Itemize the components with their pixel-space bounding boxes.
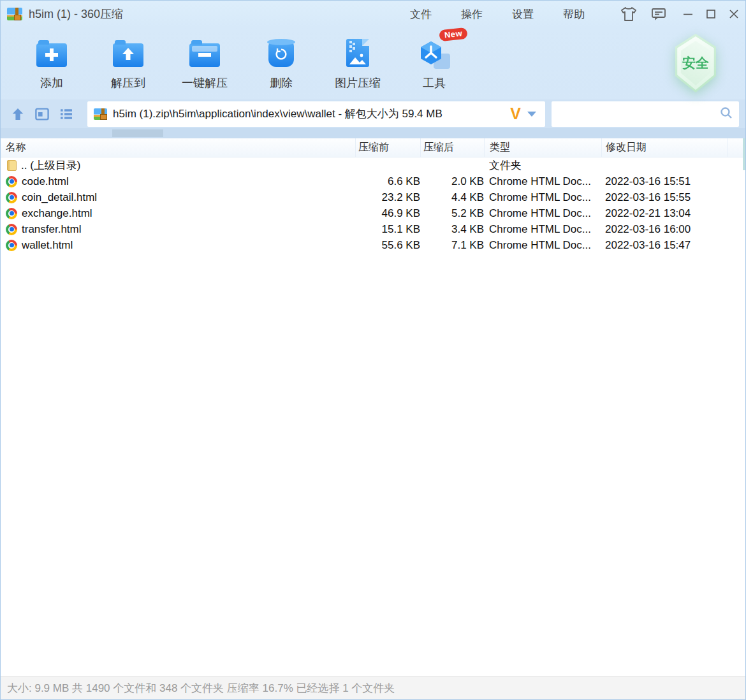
chrome-icon xyxy=(6,192,17,203)
size-after: 2.0 KB xyxy=(420,175,484,188)
preview-pane-icon[interactable] xyxy=(34,106,50,122)
table-row-code[interactable]: code.html 6.6 KB 2.0 KB Chrome HTML Doc.… xyxy=(1,173,745,189)
tools-label: 工具 xyxy=(423,75,446,91)
chrome-icon xyxy=(6,224,17,235)
one-click-extract-label: 一键解压 xyxy=(182,75,228,91)
size-after: 5.2 KB xyxy=(420,207,484,220)
file-list: 名称 压缩前 压缩后 类型 修改日期 .. (上级目录) 文件夹 code.ht… xyxy=(1,138,745,676)
address-field[interactable]: h5im (1).zip\h5im\application\index\view… xyxy=(87,101,545,127)
menu-bar: 文件 操作 设置 帮助 xyxy=(410,7,585,22)
tools-cube-icon xyxy=(418,40,451,69)
horizontal-scrollbar[interactable] xyxy=(1,128,745,138)
archive-zip-icon xyxy=(94,108,107,120)
image-compress-label: 图片压缩 xyxy=(335,75,381,91)
vertical-scrollbar-thumb[interactable] xyxy=(743,138,745,170)
size-before: 46.9 KB xyxy=(355,207,420,220)
search-box xyxy=(552,101,739,127)
file-modified: 2022-03-16 15:47 xyxy=(601,239,728,252)
menu-help[interactable]: 帮助 xyxy=(563,7,585,22)
column-size-after[interactable]: 压缩后 xyxy=(420,138,484,157)
file-name: transfer.html xyxy=(22,223,82,236)
folder-minus-icon xyxy=(189,43,220,67)
window-title: h5im (1) - 360压缩 xyxy=(29,6,123,22)
column-modified[interactable]: 修改日期 xyxy=(601,138,728,157)
chrome-icon xyxy=(6,208,17,219)
folder-up-arrow-icon xyxy=(113,43,143,67)
file-name: exchange.html xyxy=(22,207,92,220)
size-before: 6.6 KB xyxy=(355,175,420,188)
image-compress-icon xyxy=(346,39,369,67)
delete-button[interactable]: 删除 xyxy=(243,27,319,99)
window-controls xyxy=(683,9,739,19)
column-size-before[interactable]: 压缩前 xyxy=(355,138,420,157)
folder-icon xyxy=(7,160,17,171)
file-name: wallet.html xyxy=(22,239,73,252)
file-modified: 2022-03-16 16:00 xyxy=(601,223,728,236)
column-headers: 名称 压缩前 压缩后 类型 修改日期 xyxy=(1,138,745,157)
table-row-transfer[interactable]: transfer.html 15.1 KB 3.4 KB Chrome HTML… xyxy=(1,221,745,237)
minimize-icon[interactable] xyxy=(683,9,693,19)
security-badge-label: 安全 xyxy=(682,54,709,72)
new-badge: New xyxy=(439,27,468,42)
list-view-icon[interactable] xyxy=(58,106,75,122)
app-zip-icon xyxy=(7,8,22,20)
file-name: .. (上级目录) xyxy=(21,158,81,173)
extract-to-label: 解压到 xyxy=(111,75,145,91)
search-icon[interactable] xyxy=(719,105,734,123)
status-text: 大小: 9.9 MB 共 1490 个文件和 348 个文件夹 压缩率 16.7… xyxy=(7,681,395,696)
image-compress-button[interactable]: 图片压缩 xyxy=(319,27,396,99)
v-logo-icon: V xyxy=(510,105,521,123)
address-row: h5im (1).zip\h5im\application\index\view… xyxy=(1,99,745,128)
chrome-icon xyxy=(6,176,17,187)
file-type: 文件夹 xyxy=(484,158,601,173)
close-icon[interactable] xyxy=(729,9,739,19)
one-click-extract-button[interactable]: 一键解压 xyxy=(166,27,243,99)
file-modified: 2022-02-21 13:04 xyxy=(601,207,728,220)
path-dropdown-icon[interactable] xyxy=(527,112,536,121)
trash-recycle-icon xyxy=(268,41,294,67)
file-type: Chrome HTML Doc... xyxy=(484,191,601,204)
file-name: coin_detail.html xyxy=(22,191,97,204)
feedback-icon[interactable] xyxy=(651,7,666,21)
skin-shirt-icon[interactable] xyxy=(620,6,637,22)
size-after: 7.1 KB xyxy=(420,239,484,252)
archive-path: h5im (1).zip\h5im\application\index\view… xyxy=(113,106,506,121)
add-button[interactable]: 添加 xyxy=(13,27,90,99)
table-row-coin-detail[interactable]: coin_detail.html 23.2 KB 4.4 KB Chrome H… xyxy=(1,189,745,205)
table-row-parent-dir[interactable]: .. (上级目录) 文件夹 xyxy=(1,157,745,173)
up-directory-icon[interactable] xyxy=(10,106,26,122)
menu-file[interactable]: 文件 xyxy=(410,7,432,22)
tools-button[interactable]: New 工具 xyxy=(396,27,472,99)
size-after: 4.4 KB xyxy=(420,191,484,204)
table-row-wallet[interactable]: wallet.html 55.6 KB 7.1 KB Chrome HTML D… xyxy=(1,237,745,253)
file-modified: 2022-03-16 15:55 xyxy=(601,191,728,204)
folder-plus-icon xyxy=(36,43,67,67)
size-before: 15.1 KB xyxy=(355,223,420,236)
menu-settings[interactable]: 设置 xyxy=(512,7,534,22)
delete-label: 删除 xyxy=(270,75,293,91)
column-name[interactable]: 名称 xyxy=(1,138,355,157)
status-bar: 大小: 9.9 MB 共 1490 个文件和 348 个文件夹 压缩率 16.7… xyxy=(1,676,745,699)
horizontal-scrollbar-thumb[interactable] xyxy=(112,129,163,137)
title-bar: h5im (1) - 360压缩 文件 操作 设置 帮助 xyxy=(1,1,745,27)
table-row-exchange[interactable]: exchange.html 46.9 KB 5.2 KB Chrome HTML… xyxy=(1,205,745,221)
file-type: Chrome HTML Doc... xyxy=(484,207,601,220)
menu-operations[interactable]: 操作 xyxy=(461,7,483,22)
maximize-icon[interactable] xyxy=(706,9,716,19)
security-badge[interactable]: 安全 xyxy=(670,34,721,92)
size-before: 55.6 KB xyxy=(355,239,420,252)
column-type[interactable]: 类型 xyxy=(484,138,601,157)
file-modified: 2022-03-16 15:51 xyxy=(601,175,728,188)
size-after: 3.4 KB xyxy=(420,223,484,236)
add-label: 添加 xyxy=(40,75,63,91)
chrome-icon xyxy=(6,240,17,251)
file-type: Chrome HTML Doc... xyxy=(484,223,601,236)
extract-to-button[interactable]: 解压到 xyxy=(90,27,166,99)
file-type: Chrome HTML Doc... xyxy=(484,175,601,188)
size-before: 23.2 KB xyxy=(355,191,420,204)
titlebar-icon-group xyxy=(620,6,666,22)
file-type: Chrome HTML Doc... xyxy=(484,239,601,252)
file-name: code.html xyxy=(22,175,69,188)
search-input[interactable] xyxy=(557,101,719,127)
toolbar: 添加 解压到 一键解压 删除 图片压缩 xyxy=(1,27,745,99)
